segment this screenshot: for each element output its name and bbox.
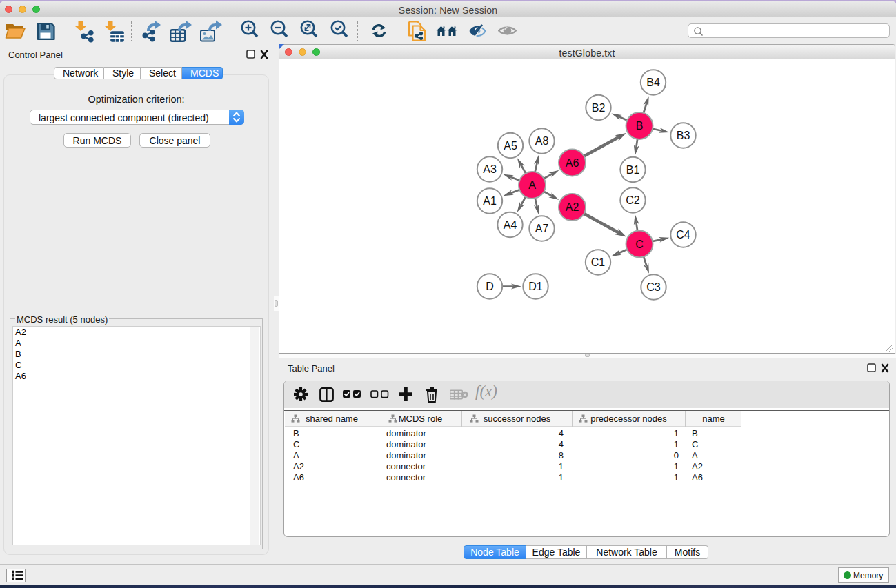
- svg-text:C: C: [635, 239, 644, 250]
- svg-text:B4: B4: [646, 77, 660, 88]
- svg-text:A5: A5: [504, 140, 517, 152]
- svg-text:B: B: [636, 120, 644, 132]
- svg-text:B3: B3: [677, 130, 690, 141]
- svg-text:A8: A8: [535, 135, 549, 147]
- svg-text:A6: A6: [566, 157, 579, 169]
- svg-text:B2: B2: [592, 102, 606, 114]
- svg-text:B1: B1: [626, 164, 640, 176]
- svg-text:D: D: [486, 281, 494, 292]
- svg-text:D1: D1: [528, 281, 543, 292]
- svg-text:C3: C3: [646, 281, 661, 293]
- svg-text:C1: C1: [591, 256, 606, 268]
- svg-text:C2: C2: [626, 194, 640, 206]
- svg-text:A: A: [528, 179, 536, 191]
- svg-text:A7: A7: [535, 223, 549, 234]
- svg-text:A4: A4: [504, 219, 517, 231]
- svg-text:C4: C4: [676, 229, 690, 241]
- svg-text:A1: A1: [483, 195, 497, 207]
- svg-text:A3: A3: [483, 163, 497, 175]
- svg-text:A2: A2: [566, 201, 579, 213]
